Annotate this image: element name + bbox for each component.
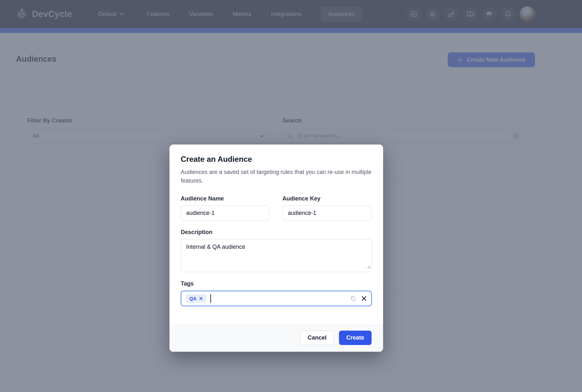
tags-label: Tags — [181, 280, 372, 287]
audience-key-label: Audience Key — [282, 195, 372, 202]
clear-tags-icon[interactable] — [361, 296, 367, 301]
description-label: Description — [181, 229, 372, 236]
audience-name-input[interactable] — [181, 206, 270, 221]
resize-handle[interactable] — [366, 264, 370, 270]
tag-chip: QA — [186, 294, 206, 303]
audience-name-label: Audience Name — [181, 195, 270, 202]
name-key-row: Audience Name Audience Key — [181, 195, 372, 221]
modal-body: Create an Audience Audiences are a saved… — [169, 145, 383, 306]
audience-key-input[interactable] — [282, 206, 372, 221]
close-icon — [199, 297, 203, 300]
modal-title: Create an Audience — [181, 155, 372, 164]
description-textarea[interactable]: Internal & QA audience — [181, 239, 372, 272]
text-cursor — [210, 294, 211, 303]
tags-group: Tags QA — [181, 280, 372, 306]
modal-subtitle: Audiences are a saved set of targeting r… — [181, 168, 372, 185]
remove-tag-button[interactable] — [199, 297, 203, 300]
audience-name-group: Audience Name — [181, 195, 270, 221]
devcycle-app: DevCycle Default Features Variables Metr… — [0, 0, 582, 392]
cancel-button[interactable]: Cancel — [300, 331, 334, 345]
tags-input[interactable]: QA — [181, 291, 372, 306]
modal-footer: Cancel Create — [169, 324, 383, 352]
copy-icon[interactable] — [350, 295, 357, 302]
tag-chip-label: QA — [189, 296, 197, 301]
description-group: Description Internal & QA audience — [181, 229, 372, 272]
create-button[interactable]: Create — [339, 331, 372, 345]
tags-actions — [350, 295, 367, 302]
description-wrap: Internal & QA audience — [181, 239, 372, 272]
create-audience-modal: Create an Audience Audiences are a saved… — [169, 145, 383, 352]
audience-key-group: Audience Key — [282, 195, 372, 221]
